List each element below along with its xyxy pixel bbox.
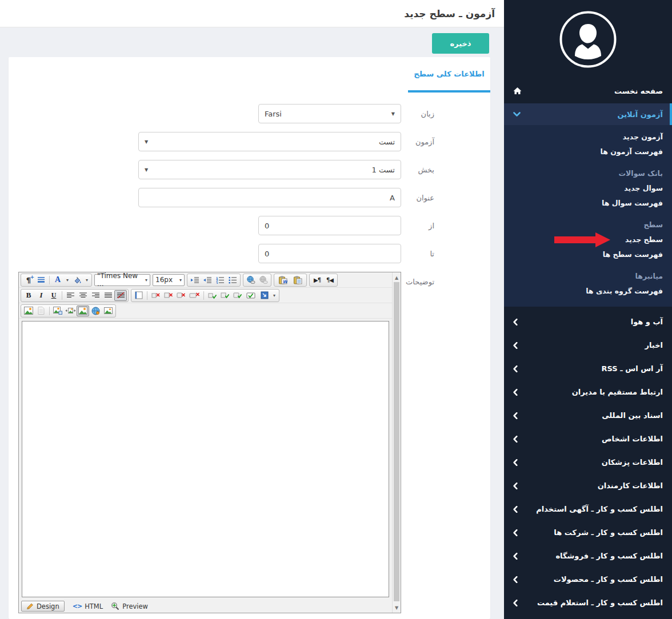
toolbar-separator bbox=[49, 307, 50, 315]
image-resize-icon[interactable] bbox=[64, 306, 77, 316]
design-mode-button[interactable]: Design bbox=[21, 601, 65, 612]
html-mode-label: HTML bbox=[85, 602, 103, 610]
remove-link-icon[interactable] bbox=[257, 275, 270, 286]
sidebar-item-employees-info[interactable]: اطلاعات کارمندان bbox=[504, 474, 672, 497]
chevron-left-icon bbox=[513, 576, 518, 583]
insert-row-icon[interactable] bbox=[206, 290, 218, 301]
submenu-new-question[interactable]: سوال جدید bbox=[513, 181, 663, 196]
to-input[interactable]: 0 bbox=[258, 244, 401, 263]
sidebar-item-contact-managers[interactable]: ارتباط مستقیم با مدیران bbox=[504, 380, 672, 404]
group-label: اطلس کسب و کار ـ محصولات bbox=[554, 575, 663, 584]
delete-table-icon[interactable] bbox=[187, 290, 202, 301]
new-paragraph-icon[interactable]: ¶+ bbox=[22, 275, 35, 286]
tab-general-info[interactable]: اطلاعات کلی سطح bbox=[408, 57, 490, 93]
delete-row-icon[interactable] bbox=[149, 290, 162, 301]
scroll-up-icon[interactable]: ▲ bbox=[393, 274, 401, 282]
submenu-new-exam[interactable]: آزمون جدید bbox=[513, 130, 663, 144]
from-label: از bbox=[401, 222, 490, 230]
paste-icon[interactable] bbox=[290, 275, 305, 286]
select-cells-icon[interactable] bbox=[258, 290, 271, 301]
insert-image-icon[interactable] bbox=[51, 306, 64, 316]
html-mode-button[interactable]: <> HTML bbox=[73, 602, 103, 610]
exam-label: آزمون bbox=[401, 138, 490, 146]
indent-icon[interactable] bbox=[189, 275, 201, 286]
format-stripper-icon[interactable] bbox=[35, 275, 47, 286]
justify-icon[interactable] bbox=[102, 290, 114, 301]
combo-caret-icon: ▾ bbox=[145, 278, 147, 283]
sidebar-item-rss[interactable]: آر اس اس ـ RSS bbox=[504, 357, 672, 380]
delete-cell-icon[interactable] bbox=[174, 290, 187, 301]
sidebar-item-online-exam[interactable]: آزمون آنلاین bbox=[504, 103, 672, 125]
background-color-icon[interactable] bbox=[71, 275, 83, 286]
sidebar-item-home[interactable]: صفحه نخست bbox=[504, 81, 672, 101]
form-row-language: زبان Farsi ▼ bbox=[9, 104, 490, 123]
document-manager-icon[interactable] bbox=[35, 306, 47, 316]
preview-mode-button[interactable]: Preview bbox=[111, 602, 148, 610]
exam-select[interactable]: تست ▼ bbox=[138, 132, 401, 151]
to-input-value: 0 bbox=[265, 250, 269, 258]
background-color-caret-icon[interactable]: ▾ bbox=[83, 275, 90, 286]
insert-column-icon[interactable] bbox=[218, 290, 231, 301]
scrollbar-thumb[interactable] bbox=[394, 282, 399, 601]
submenu-exam-list[interactable]: فهرست آزمون ها bbox=[513, 144, 663, 159]
image-map-icon[interactable] bbox=[102, 306, 114, 316]
sidebar-item-weather[interactable]: آب و هوا bbox=[504, 310, 672, 333]
title-input[interactable]: A bbox=[138, 188, 401, 207]
paste-from-word-icon[interactable]: W bbox=[275, 275, 290, 286]
select-cells-caret-icon[interactable]: ▾ bbox=[271, 290, 278, 301]
font-color-icon[interactable]: A bbox=[51, 275, 64, 286]
media-manager-icon[interactable] bbox=[89, 306, 102, 316]
sidebar-item-atlas-companies[interactable]: اطلس کسب و کار ـ شرکت ها bbox=[504, 521, 672, 544]
submenu-level-list[interactable]: فهرست سطح ها bbox=[513, 247, 663, 262]
sidebar-item-atlas-jobs[interactable]: اطلس کسب و کار ـ آگهی استخدام bbox=[504, 497, 672, 521]
unordered-list-icon[interactable] bbox=[226, 275, 239, 286]
show-table-borders-icon[interactable] bbox=[133, 290, 145, 301]
insert-link-icon[interactable] bbox=[245, 275, 257, 286]
sidebar-item-doctors-info[interactable]: اطلاعات پزشکان bbox=[504, 451, 672, 474]
rtl-paragraph-icon[interactable]: ¶◀ bbox=[323, 275, 336, 286]
font-color-caret-icon[interactable]: ▾ bbox=[64, 275, 71, 286]
sidebar-item-news[interactable]: اخبار bbox=[504, 333, 672, 357]
align-center-icon[interactable] bbox=[77, 290, 89, 301]
design-mode-label: Design bbox=[37, 602, 59, 610]
ltr-paragraph-icon[interactable]: ▶¶ bbox=[311, 275, 323, 286]
save-button[interactable]: ذخیره bbox=[432, 33, 489, 54]
form-row-description: توضیحات ¶+ bbox=[9, 272, 490, 613]
font-size-combo[interactable]: 16px ▾ bbox=[153, 274, 185, 286]
chevron-left-icon bbox=[513, 506, 518, 513]
sidebar-item-atlas-store[interactable]: اطلس کسب و کار ـ فروشگاه bbox=[504, 544, 672, 568]
set-image-properties-icon[interactable] bbox=[77, 306, 89, 316]
font-size-value: 16px bbox=[155, 276, 173, 284]
remove-alignment-icon[interactable] bbox=[114, 290, 127, 301]
editor-scrollbar[interactable]: ▲ ▼ bbox=[392, 272, 401, 613]
font-name-combo[interactable]: "Times New ... ▾ bbox=[94, 274, 150, 286]
merge-cells-icon[interactable] bbox=[231, 290, 243, 301]
group-label: اطلس کسب و کار ـ شرکت ها bbox=[554, 528, 663, 537]
editor-mode-bar: Design <> HTML Preview bbox=[19, 600, 392, 613]
sidebar-item-atlas-products[interactable]: اطلس کسب و کار ـ محصولات bbox=[504, 568, 672, 591]
outdent-icon[interactable] bbox=[201, 275, 214, 286]
editor-content-area[interactable] bbox=[22, 321, 389, 597]
section-select[interactable]: تست 1 ▼ bbox=[138, 160, 401, 179]
language-select[interactable]: Farsi ▼ bbox=[258, 104, 401, 123]
from-input[interactable]: 0 bbox=[258, 216, 401, 235]
sidebar-item-people-info[interactable]: اطلاعات اشخاص bbox=[504, 427, 672, 451]
submenu-question-list[interactable]: فهرست سوال ها bbox=[513, 196, 663, 211]
italic-icon[interactable]: I bbox=[35, 290, 47, 301]
underline-icon[interactable]: U bbox=[47, 290, 60, 301]
bold-icon[interactable]: B bbox=[22, 290, 35, 301]
align-left-icon[interactable] bbox=[64, 290, 77, 301]
sidebar-item-international-docs[interactable]: اسناد بین المللی bbox=[504, 404, 672, 427]
ordered-list-icon[interactable]: 123 bbox=[214, 275, 226, 286]
submenu-new-level[interactable]: سطح جدید bbox=[513, 232, 663, 247]
toolbar-group-paste: W bbox=[274, 274, 307, 287]
magnifier-icon bbox=[111, 602, 119, 610]
table-wizard-icon[interactable] bbox=[243, 290, 258, 301]
delete-column-icon[interactable] bbox=[162, 290, 174, 301]
align-right-icon[interactable] bbox=[89, 290, 102, 301]
scroll-down-icon[interactable]: ▼ bbox=[393, 604, 401, 612]
submenu-grouping-list[interactable]: فهرست گروه بندی ها bbox=[513, 284, 663, 299]
image-manager-icon[interactable] bbox=[22, 306, 35, 316]
group-label: ارتباط مستقیم با مدیران bbox=[572, 388, 663, 396]
sidebar-item-atlas-price-inquiry[interactable]: اطلس کسب و کار ـ استعلام قیمت bbox=[504, 591, 672, 614]
